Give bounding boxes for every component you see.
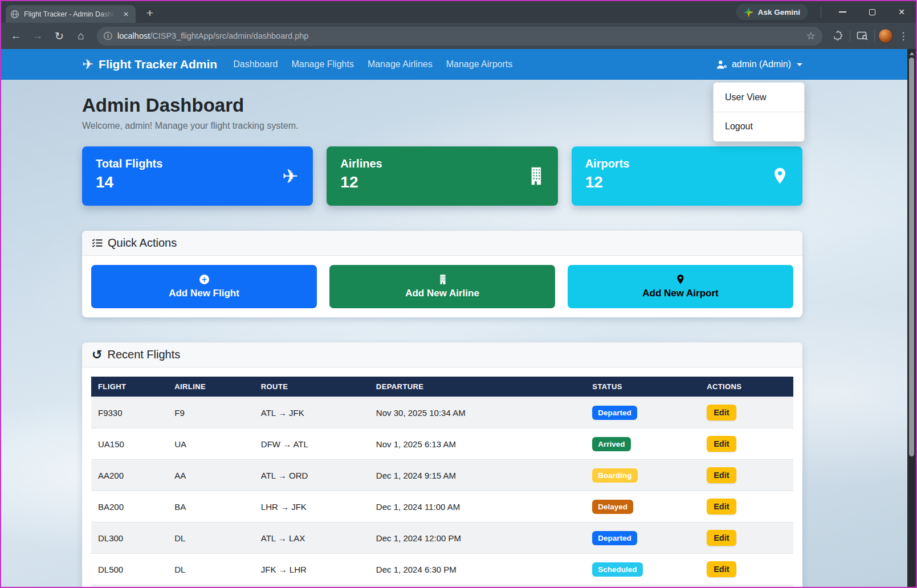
route-cell: ATL → JFK [254,397,369,428]
flight-cell: DL300 [91,522,168,554]
back-button[interactable]: ← [7,27,25,45]
quick-actions-panel: Quick Actions Add New Flight Add New Air… [82,231,802,317]
airline-cell: JL [168,585,254,587]
edit-button[interactable]: Edit [707,530,736,546]
menu-item-logout[interactable]: Logout [714,115,804,138]
flights-table: Flight Airline Route Departure Status Ac… [91,377,793,587]
col-flight: Flight [91,377,168,397]
stat-value: 14 [96,173,299,191]
building-icon [438,275,447,284]
nav-link-manage-flights[interactable]: Manage Flights [284,55,360,74]
departure-cell: Dec 1, 2024 11:00 AM [369,491,585,522]
history-icon: ↺ [92,349,102,361]
add-new-airline-button[interactable]: Add New Airline [329,265,555,308]
add-new-flight-button[interactable]: Add New Flight [91,265,317,308]
airline-cell: F9 [168,397,254,428]
brand[interactable]: ✈ Flight Tracker Admin [82,56,217,72]
quick-actions-header: Quick Actions [82,231,802,256]
user-dropdown-menu: User View Logout [713,82,805,142]
route-cell: LHR → JFK [254,491,369,522]
bookmark-star-icon[interactable]: ☆ [806,30,816,42]
stat-value: 12 [340,173,544,191]
maximize-button[interactable] [863,3,881,21]
route-cell: ATL → ORD [254,460,369,491]
col-airline: Airline [168,377,254,397]
recent-flights-title: Recent Flights [107,348,180,361]
menu-item-user-view[interactable]: User View [714,86,804,109]
edit-button[interactable]: Edit [707,467,736,483]
profile-avatar[interactable] [878,28,893,43]
url-toolbar: ← → ↻ ⌂ ⓘ localhost/CISP3_flightApp/src/… [1,23,916,49]
nav-link-manage-airlines[interactable]: Manage Airlines [361,55,439,74]
airline-cell: BA [168,491,254,522]
menu-divider [714,112,804,112]
address-bar[interactable]: ⓘ localhost/CISP3_flightApp/src/admin/da… [97,27,822,46]
ask-gemini-label: Ask Gemini [758,8,800,17]
scrollbar-thumb[interactable] [909,58,914,456]
table-row: DL500 DL JFK → LHR Dec 1, 2024 6:30 PM S… [91,554,793,585]
browser-menu-icon[interactable]: ⋮ [896,30,910,42]
divider [850,30,850,42]
route-cell: NRT → LAX [254,585,369,587]
route-cell: ATL → LAX [254,522,369,554]
list-check-icon [92,238,103,248]
site-info-icon[interactable]: ⓘ [104,31,112,42]
home-button[interactable]: ⌂ [72,27,90,45]
tab-search-icon[interactable] [854,27,871,44]
nav-link-dashboard[interactable]: Dashboard [226,55,284,74]
status-badge: Scheduled [592,562,642,577]
departure-cell: Nov 30, 2025 10:34 AM [369,397,585,428]
flight-cell: BA200 [91,491,168,522]
status-badge: Arrived [592,437,630,451]
stat-card-airlines: Airlines 12 [327,146,557,206]
route-cell: DFW → ATL [254,428,369,460]
flight-cell: JL001 [91,585,168,587]
nav-link-manage-airports[interactable]: Manage Airports [439,55,520,74]
tab-close-icon[interactable]: ✕ [121,9,131,19]
window-close-button[interactable]: ✕ [893,3,910,21]
edit-button[interactable]: Edit [707,499,736,514]
tab-strip: Flight Tracker - Admin Dashboa ✕ + Ask G… [1,1,916,23]
tab-title: Flight Tracker - Admin Dashboa [24,10,116,18]
page-scrollbar[interactable] [907,49,916,587]
add-new-airport-button[interactable]: Add New Airport [568,265,793,308]
quick-actions-title: Quick Actions [108,236,177,250]
browser-window: Flight Tracker - Admin Dashboa ✕ + Ask G… [0,0,917,588]
table-row: JL001 JL NRT → LAX Dec 1, 2024 10:30 PM … [91,585,793,587]
edit-button[interactable]: Edit [707,436,736,452]
scroll-up-arrow-icon[interactable] [910,52,914,55]
plane-icon: ✈ [82,56,93,72]
stat-value: 12 [585,173,789,191]
flight-cell: AA200 [91,460,168,491]
divider [821,6,821,18]
airline-cell: DL [168,522,254,554]
recent-flights-header: ↺ Recent Flights [82,342,802,368]
forward-button[interactable]: → [28,27,47,45]
user-dropdown-toggle[interactable]: admin (Admin) User View Logout [717,59,802,70]
departure-cell: Nov 1, 2025 6:13 AM [369,428,585,460]
refresh-button[interactable]: ↻ [50,27,68,45]
new-tab-button[interactable]: + [142,6,157,21]
chevron-down-icon [797,63,802,66]
stat-label: Airlines [340,157,544,170]
app-navbar: ✈ Flight Tracker Admin Dashboard Manage … [1,49,907,80]
stat-card-total-flights: Total Flights 14 ✈ [82,146,313,206]
extensions-icon[interactable] [829,27,846,44]
browser-tab[interactable]: Flight Tracker - Admin Dashboa ✕ [6,5,136,23]
minimize-button[interactable] [834,3,851,21]
edit-button[interactable]: Edit [707,405,736,420]
edit-button[interactable]: Edit [707,561,736,577]
web-page: ✈ Flight Tracker Admin Dashboard Manage … [1,49,907,587]
ask-gemini-button[interactable]: Ask Gemini [736,4,808,20]
col-route: Route [254,377,369,397]
stat-card-airports: Airports 12 [572,146,802,206]
plus-circle-icon [199,275,209,284]
page-title: Admin Dashboard [82,95,802,116]
col-departure: Departure [369,377,585,397]
route-cell: JFK → LHR [254,554,369,585]
url-text: localhost/CISP3_flightApp/src/admin/dash… [117,31,801,40]
stat-label: Airports [585,157,789,170]
stat-label: Total Flights [96,157,299,170]
recent-flights-panel: ↺ Recent Flights Flight [82,342,802,587]
airline-cell: AA [168,460,254,491]
